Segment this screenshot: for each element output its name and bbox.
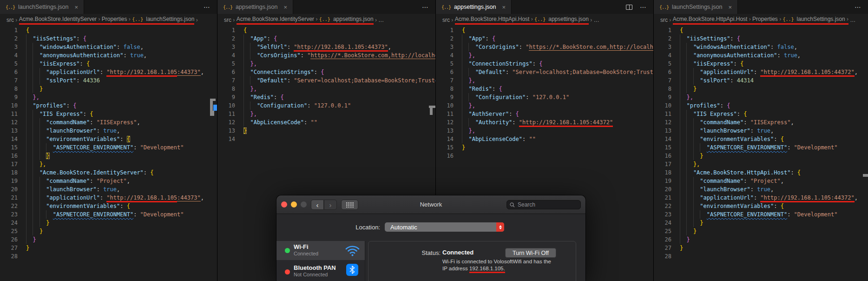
location-dropdown[interactable]: Automatic (385, 222, 504, 232)
scrollbar-decoration[interactable] (863, 174, 868, 177)
code-line: 5"ConnectionStrings": { (436, 60, 653, 68)
tabbar-4: {..} launchSettings.json × ⋯ (654, 0, 868, 14)
code-line: 12"AbpLicenseCode": "" (217, 118, 435, 127)
code-line: 3"SelfUrl": "http://192.168.1.105:44373"… (217, 43, 435, 51)
code-line: 10"profiles": { (654, 101, 868, 110)
code-line: 14"AbpLicenseCode": "" (436, 135, 653, 143)
scrollbar-decoration[interactable] (430, 108, 433, 115)
breadcrumb[interactable]: src › Acme.BookStore.HttpApi.Host › Prop… (654, 14, 868, 26)
code-line: 9}, (0, 93, 217, 101)
code-line: 3"windowsAuthentication": false, (654, 43, 868, 51)
service-name: Wi-Fi (294, 243, 309, 250)
tab-launchsettings-httpapihost[interactable]: {..} launchSettings.json × (654, 0, 738, 14)
code-line: 23"ASPNETCORE_ENVIRONMENT": "Development… (654, 210, 868, 219)
code-line: 20"launchBrowser": true, (0, 185, 217, 194)
code-line: 25} (0, 227, 217, 235)
code-line: 14"environmentVariables": { (0, 135, 217, 143)
code-line: 15} (436, 143, 653, 152)
wifi-icon (345, 245, 360, 257)
code-line: 11}, (217, 110, 435, 118)
breadcrumb[interactable]: src › Acme.BookStore.IdentityServer › {.… (217, 14, 435, 26)
search-icon (510, 202, 515, 207)
code-line: 6"applicationUrl": "http://192.168.1.105… (0, 68, 217, 76)
code-line: 11"IIS Express": { (654, 110, 868, 118)
list-item-wifi[interactable]: Wi-Fi Connected (276, 241, 365, 260)
code-line: 21"applicationUrl": "http://192.168.1.10… (654, 194, 868, 202)
code-line: 5"iisExpress": { (0, 60, 217, 68)
split-editor-icon[interactable] (626, 5, 632, 10)
close-icon[interactable]: × (502, 4, 506, 11)
more-actions-icon[interactable]: ⋯ (855, 3, 861, 11)
close-icon[interactable]: × (283, 4, 287, 11)
code-line: 12"commandName": "IISExpress", (654, 118, 868, 127)
scrollbar-decoration[interactable] (210, 111, 214, 116)
more-actions-icon[interactable]: ⋯ (640, 3, 647, 11)
code-line: 15"ASPNETCORE_ENVIRONMENT": "Development… (654, 143, 868, 152)
code-line: 13}, (436, 127, 653, 135)
code-line: 9"Configuration": "127.0.0.1" (436, 93, 653, 101)
code-line: 5"iisExpress": { (654, 60, 868, 68)
code-editor-1[interactable]: 1{2"iisSettings": {3"windowsAuthenticati… (0, 26, 217, 281)
code-line: 1{ (217, 26, 435, 34)
search-input[interactable] (517, 201, 572, 208)
close-icon[interactable]: × (729, 4, 732, 11)
breadcrumb-annotated: Acme.BookStore.IdentityServer › {..} app… (237, 16, 374, 25)
json-file-icon: {..} (441, 5, 451, 10)
code-line: 17}, (0, 160, 217, 168)
code-line: 26} (654, 235, 868, 244)
json-file-icon: {..} (223, 5, 232, 10)
code-line: 3"windowsAuthentication": false, (0, 43, 217, 51)
turn-wifi-off-button[interactable]: Turn Wi-Fi Off (505, 248, 556, 258)
code-line: 22"environmentVariables": { (654, 202, 868, 210)
search-field[interactable] (506, 200, 581, 209)
code-line: 13"launchBrowser": true, (0, 127, 217, 135)
code-line: 2"App": { (217, 34, 435, 43)
code-line: 14 (217, 135, 435, 143)
ip-address: 192.168.1.105. (469, 266, 505, 273)
more-actions-icon[interactable]: ⋯ (204, 3, 210, 11)
code-line: 28 (0, 252, 217, 261)
connection-description-line1: Wi-Fi is connected to VolosoftWifi and h… (442, 259, 551, 264)
code-editor-4[interactable]: 1{2"iisSettings": {3"windowsAuthenticati… (654, 26, 868, 281)
close-icon[interactable]: × (75, 4, 79, 11)
status-value: Connected (442, 249, 473, 256)
more-actions-icon[interactable]: ⋯ (422, 3, 429, 11)
code-line: 28 (654, 252, 868, 261)
editor-pane-1: {..} launchSettings.json × ⋯ src › Acme.… (0, 0, 217, 281)
code-line: 11"AuthServer": { (436, 110, 653, 118)
tab-launchsettings-identityserver[interactable]: {..} launchSettings.json × (0, 0, 84, 14)
code-line: 7"Default": "Server=localhost;Database=B… (217, 76, 435, 85)
code-line: 4"anonymousAuthentication": true, (0, 51, 217, 60)
status-dot-red (285, 269, 290, 274)
code-line: 23"ASPNETCORE_ENVIRONMENT": "Development… (0, 210, 217, 219)
code-line: 10"profiles": { (0, 101, 217, 110)
code-line: 17}, (654, 160, 868, 168)
code-line: 4"CorsOrigins": "https://*.BookStore.com… (217, 51, 435, 60)
tab-appsettings-httpapihost[interactable]: {..} appsettings.json × (436, 0, 512, 14)
code-line: 8} (0, 85, 217, 93)
breadcrumb-annotated: Acme.BookStore.HttpApi.Host › Properties… (673, 16, 848, 25)
code-line: 13} (217, 127, 435, 135)
code-line: 6"Default": "Server=localhost;Database=B… (436, 68, 653, 76)
breadcrumb[interactable]: src › Acme.BookStore.HttpApi.Host › {..}… (436, 14, 653, 26)
location-label: Location: (323, 224, 380, 231)
tab-appsettings-identityserver[interactable]: {..} appsettings.json × (217, 0, 293, 14)
code-line: 2"iisSettings": { (0, 34, 217, 43)
service-name: Bluetooth PAN (294, 264, 336, 271)
window-titlebar[interactable]: ‹ › Network (276, 195, 585, 214)
code-line: 27} (0, 244, 217, 252)
tab-label: launchSettings.json (18, 4, 68, 10)
code-line: 10}, (436, 101, 653, 110)
breadcrumb[interactable]: src › Acme.BookStore.IdentityServer › Pr… (0, 14, 217, 26)
list-item-bluetooth-pan[interactable]: Bluetooth PAN Not Connected (276, 260, 365, 281)
code-line: 27} (654, 244, 868, 252)
json-file-icon: {..} (659, 5, 669, 10)
code-line: 12"Authority": "http://192.168.1.105:443… (436, 118, 653, 127)
code-line: 21"applicationUrl": "http://192.168.1.10… (0, 194, 217, 202)
breadcrumb-annotated: Acme.BookStore.IdentityServer › Properti… (19, 16, 195, 25)
status-dot-green (285, 248, 290, 253)
tab-label: launchSettings.json (672, 4, 722, 10)
editor-pane-4: {..} launchSettings.json × ⋯ src › Acme.… (654, 0, 868, 281)
tab-label: appsettings.json (236, 4, 277, 10)
code-line: 18"Acme.BookStore.HttpApi.Host": { (654, 168, 868, 177)
